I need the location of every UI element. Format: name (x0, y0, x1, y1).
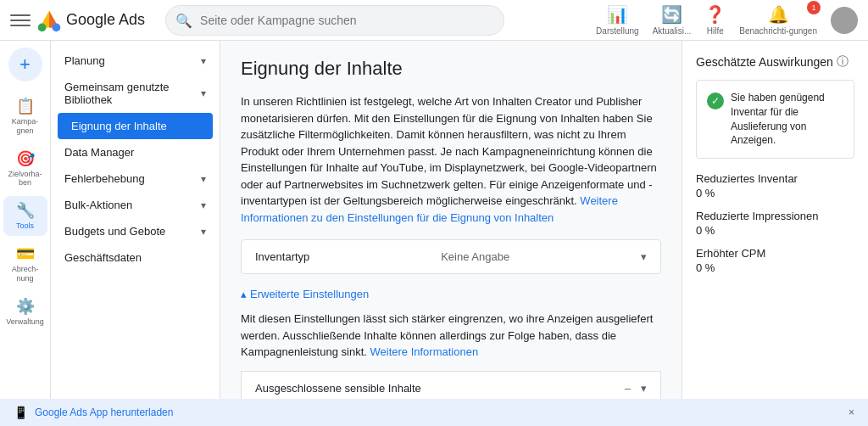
right-stats: Reduziertes Inventar 0 % Reduzierte Impr… (696, 172, 854, 274)
user-avatar[interactable] (831, 7, 858, 34)
page-title: Eignung der Inhalte (241, 58, 661, 80)
erweiterte-toggle[interactable]: ▴ Erweiterte Einstellungen (241, 288, 661, 300)
create-button[interactable]: + (8, 48, 42, 81)
stat-reduced-inventory: Reduziertes Inventar 0 % (696, 172, 854, 199)
app-logo: Google Ads (37, 8, 145, 32)
chevron-down-icon: ▾ (641, 382, 647, 395)
left-nav: Planung ▾ Gemeinsam genutzte Bibliothek … (51, 41, 220, 426)
notifications-icon: 🔔 (768, 4, 789, 25)
admin-icon: ⚙️ (16, 297, 35, 316)
help-icon: ❓ (704, 4, 726, 25)
nav-item-bulk[interactable]: Bulk-Aktionen ▾ (51, 192, 220, 218)
bottom-bar-close-button[interactable]: × (849, 406, 854, 418)
success-message: ✓ Sie haben genügend Inventar für die Au… (707, 91, 843, 148)
inventory-label: Inventartyp (255, 250, 309, 263)
top-nav: Google Ads 🔍 📊 Darstellung 🔄 Aktualisi..… (0, 0, 868, 41)
main-content: Eignung der Inhalte In unseren Richtlini… (220, 41, 682, 426)
nav-right: 📊 Darstellung 🔄 Aktualisi... ❓ Hilfe 🔔 1… (596, 4, 858, 36)
inventory-row: Inventartyp Keine Angabe ▾ (241, 239, 661, 274)
tools-icon: 🔧 (16, 201, 35, 220)
chevron-down-icon: ▾ (201, 87, 206, 99)
checkmark-icon: ✓ (711, 95, 720, 107)
bottom-bar-text[interactable]: Google Ads App herunterladen (35, 406, 173, 418)
chevron-down-icon: ▾ (201, 226, 206, 238)
right-panel-title: Geschätzte Auswirkungen ⓘ (696, 54, 854, 70)
search-bar[interactable]: 🔍 (165, 5, 504, 36)
nav-item-data-manager[interactable]: Data Manager (51, 139, 220, 165)
erweiterte-description: Mit diesen Einstellungen lässt sich stär… (241, 311, 661, 361)
sensible-label: Ausgeschlossene sensible Inhalte (255, 382, 421, 395)
chevron-down-icon: ▾ (201, 199, 206, 211)
nav-item-eignung[interactable]: Eignung der Inhalte (58, 113, 213, 139)
nav-item-geschaeftsdaten[interactable]: Geschäftsdaten (51, 244, 220, 271)
success-icon: ✓ (707, 92, 724, 109)
chevron-down-icon: ▾ (201, 55, 206, 67)
sidebar-item-billing[interactable]: 💳 Abrech-nung (3, 239, 47, 289)
nav-item-budgets[interactable]: Budgets und Gebote ▾ (51, 218, 220, 244)
targets-icon: 🎯 (16, 149, 35, 168)
refresh-nav-btn[interactable]: 🔄 Aktualisi... (653, 4, 692, 36)
stat-reduced-impressions: Reduzierte Impressionen 0 % (696, 210, 854, 237)
help-nav-btn[interactable]: ❓ Hilfe (704, 4, 726, 36)
sensible-value: – (625, 382, 631, 395)
chevron-down-icon: ▾ (201, 173, 206, 185)
right-panel-card: ✓ Sie haben genügend Inventar für die Au… (696, 80, 854, 159)
nav-item-planung[interactable]: Planung ▾ (51, 48, 220, 74)
inventory-value: Keine Angabe (441, 250, 509, 263)
app-body: + 📋 Kampa-gnen 🎯 Zielvorha-ben 🔧 Tools 💳… (0, 41, 868, 426)
success-text: Sie haben genügend Inventar für die Ausl… (731, 91, 843, 148)
chevron-up-icon: ▴ (241, 288, 247, 300)
stat-erhöhter-cpm: Erhöhter CPM 0 % (696, 247, 854, 274)
dashboard-nav-btn[interactable]: 📊 Darstellung (596, 4, 639, 36)
page-description: In unseren Richtlinien ist festgelegt, w… (241, 93, 661, 226)
search-icon: 🔍 (175, 12, 192, 28)
search-input[interactable] (165, 5, 504, 36)
campaigns-icon: 📋 (16, 97, 35, 115)
notification-badge: 1 (807, 1, 821, 14)
svg-point-3 (53, 23, 61, 31)
app-title: Google Ads (66, 11, 145, 29)
right-panel-info-icon[interactable]: ⓘ (837, 54, 849, 70)
sidebar-item-admin[interactable]: ⚙️ Verwaltung (3, 292, 47, 332)
chevron-down-icon[interactable]: ▾ (641, 250, 647, 263)
billing-icon: 💳 (16, 244, 35, 263)
nav-item-fehlerbehebung[interactable]: Fehlerbehebung ▾ (51, 165, 220, 192)
dashboard-icon: 📊 (607, 4, 628, 25)
sidebar-item-tools[interactable]: 🔧 Tools (3, 196, 47, 236)
notifications-nav-btn[interactable]: 🔔 1 Benachrichti-gungen (739, 4, 817, 36)
erweiterte-link[interactable]: Weitere Informationen (370, 345, 479, 358)
mobile-app-icon: 📱 (14, 406, 28, 419)
nav-item-bibliothek[interactable]: Gemeinsam genutzte Bibliothek ▾ (51, 74, 220, 113)
sidebar-item-targets[interactable]: 🎯 Zielvorha-ben (3, 144, 47, 193)
sidebar: + 📋 Kampa-gnen 🎯 Zielvorha-ben 🔧 Tools 💳… (0, 41, 51, 426)
create-icon: + (19, 53, 31, 76)
svg-point-2 (38, 23, 47, 31)
bottom-bar: 📱 Google Ads App herunterladen × (0, 399, 868, 426)
right-panel: Geschätzte Auswirkungen ⓘ ✓ Sie haben ge… (682, 41, 868, 426)
refresh-icon: 🔄 (661, 4, 682, 25)
sidebar-item-campaigns[interactable]: 📋 Kampa-gnen (3, 92, 47, 141)
hamburger-menu[interactable] (10, 10, 31, 31)
